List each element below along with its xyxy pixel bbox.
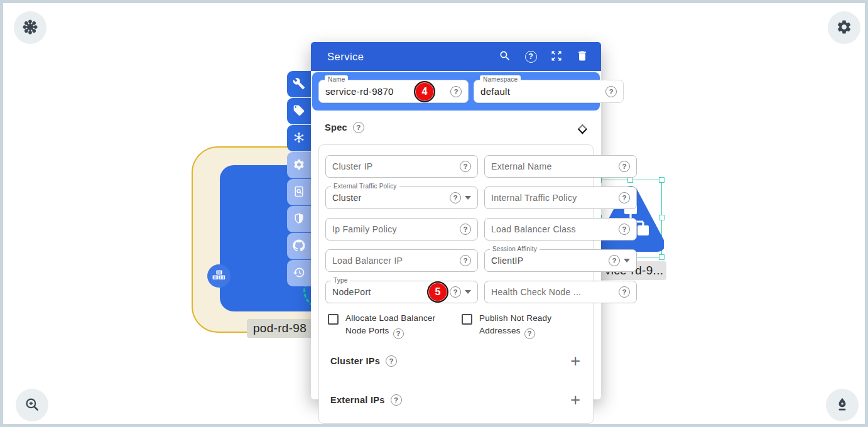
session-affinity-field: Session Affinity ? xyxy=(484,249,637,272)
gear-icon xyxy=(293,158,305,173)
add-cluster-ip-button[interactable]: + xyxy=(568,355,583,367)
trash-icon xyxy=(576,50,589,64)
containers-icon xyxy=(210,266,229,287)
vector-pen-icon xyxy=(834,396,850,414)
allocate-lb-node-ports-label: Allocate Load Balancer Node Ports xyxy=(345,313,435,335)
toolbar-inspect-button[interactable] xyxy=(287,179,311,205)
pod-kind-badge xyxy=(207,264,231,288)
type-label: Type xyxy=(331,277,350,284)
toolbar-wrench-button[interactable] xyxy=(287,71,311,97)
external-ips-help-icon[interactable]: ? xyxy=(391,394,402,406)
chevron-down-icon[interactable] xyxy=(465,290,471,294)
namespace-field-label: Namespace xyxy=(480,75,521,84)
app-menu-button[interactable] xyxy=(14,11,46,44)
dialog-body: Spec ? ? ? External Traffic Policy xyxy=(311,111,601,424)
github-icon xyxy=(293,239,305,254)
ip-family-policy-input[interactable] xyxy=(332,224,456,234)
dialog-header: Service ? xyxy=(311,42,601,71)
node-toolbar xyxy=(287,71,311,286)
delete-button[interactable] xyxy=(575,49,590,64)
selection-handle-bottom-right[interactable] xyxy=(659,254,665,260)
publish-not-ready-checkbox[interactable] xyxy=(462,314,472,325)
external-ips-section: External IPs ? + xyxy=(325,381,587,419)
expand-button[interactable] xyxy=(549,49,564,64)
tag-icon xyxy=(293,104,305,119)
namespace-help-icon[interactable]: ? xyxy=(605,86,617,97)
chevron-down-icon[interactable] xyxy=(624,259,630,262)
checkbox-help-icon[interactable]: ? xyxy=(524,328,535,339)
checkbox-help-icon[interactable]: ? xyxy=(393,328,404,339)
field-help-icon[interactable]: ? xyxy=(450,286,461,298)
wrench-icon xyxy=(293,77,305,92)
toolbar-service-button[interactable] xyxy=(287,125,311,151)
field-help-icon[interactable]: ? xyxy=(460,255,471,266)
load-balancer-class-input[interactable] xyxy=(491,224,615,234)
external-traffic-policy-select[interactable] xyxy=(332,193,446,203)
gear-icon xyxy=(836,19,852,37)
toolbar-labels-button[interactable] xyxy=(287,98,311,124)
type-field: Type 5 ? xyxy=(325,281,478,303)
field-help-icon[interactable]: ? xyxy=(619,161,630,172)
identity-section: Name 4 ? Namespace ? xyxy=(312,72,600,111)
field-help-icon[interactable]: ? xyxy=(450,192,461,203)
internal-traffic-policy-field: ? xyxy=(484,186,637,209)
toolbar-history-button[interactable] xyxy=(287,260,311,286)
pen-tool-button[interactable] xyxy=(826,389,859,421)
ip-family-policy-field: ? xyxy=(325,218,478,241)
allocate-lb-node-ports-checkbox[interactable] xyxy=(328,314,339,325)
add-external-ip-button[interactable]: + xyxy=(568,394,583,406)
allocate-lb-node-ports-option: Allocate Load Balancer Node Ports ? xyxy=(325,311,453,340)
spec-card: ? ? External Traffic Policy ? ? xyxy=(318,144,594,424)
spec-help-icon[interactable]: ? xyxy=(353,122,364,133)
cluster-ips-section: Cluster IPs ? + xyxy=(325,342,587,381)
session-affinity-select[interactable] xyxy=(491,256,605,266)
annotation-badge-4: 4 xyxy=(414,81,435,102)
cluster-ip-field: ? xyxy=(325,155,478,178)
field-help-icon[interactable]: ? xyxy=(460,224,471,235)
toolbar-settings-button[interactable] xyxy=(287,152,311,178)
service-hub-icon xyxy=(293,131,305,146)
shield-icon xyxy=(293,212,305,227)
external-name-input[interactable] xyxy=(491,161,615,171)
name-help-icon[interactable]: ? xyxy=(450,86,462,97)
load-balancer-ip-input[interactable] xyxy=(332,256,456,266)
health-check-node-port-input[interactable] xyxy=(491,287,615,297)
expand-icon xyxy=(550,50,563,64)
help-button[interactable]: ? xyxy=(523,49,538,64)
document-search-icon xyxy=(293,185,305,200)
load-balancer-ip-field: ? xyxy=(325,249,478,272)
selection-handle-top-mid[interactable] xyxy=(627,177,633,183)
chevron-down-icon[interactable] xyxy=(465,196,471,200)
health-check-node-port-field: ? xyxy=(484,281,637,303)
internal-traffic-policy-input[interactable] xyxy=(491,193,615,203)
cluster-ips-heading: Cluster IPs xyxy=(330,356,380,366)
field-help-icon[interactable]: ? xyxy=(609,255,620,266)
load-balancer-class-field: ? xyxy=(484,218,637,241)
session-affinity-label: Session Affinity xyxy=(490,246,540,252)
selection-handle-top-right[interactable] xyxy=(659,177,665,183)
collapse-section-button[interactable] xyxy=(578,124,588,134)
search-button[interactable] xyxy=(497,49,513,64)
field-help-icon[interactable]: ? xyxy=(460,161,471,172)
toolbar-github-button[interactable] xyxy=(287,233,311,259)
cluster-ip-input[interactable] xyxy=(332,161,456,171)
spec-heading: Spec xyxy=(325,122,347,132)
toolbar-security-button[interactable] xyxy=(287,206,311,232)
field-help-icon[interactable]: ? xyxy=(619,286,630,298)
external-ips-heading: External IPs xyxy=(330,395,385,405)
field-help-icon[interactable]: ? xyxy=(619,192,630,203)
settings-button[interactable] xyxy=(828,11,860,44)
service-editor-dialog: Service ? Name xyxy=(311,42,601,399)
external-traffic-policy-label: External Traffic Policy xyxy=(331,183,399,190)
cluster-ips-help-icon[interactable]: ? xyxy=(386,355,397,367)
pod-node-label[interactable]: pod-rd-98 xyxy=(247,319,320,338)
kubernetes-wheel-icon xyxy=(22,19,38,37)
publish-not-ready-option: Publish Not Ready Addresses ? xyxy=(459,311,587,340)
external-name-field: ? xyxy=(484,155,637,178)
zoom-button[interactable] xyxy=(16,389,48,421)
field-help-icon[interactable]: ? xyxy=(619,224,630,235)
namespace-input[interactable] xyxy=(480,86,605,97)
dialog-title: Service xyxy=(327,51,364,63)
app-canvas: pod-rd-98 vice-rd-9... xyxy=(0,0,868,427)
zoom-in-icon xyxy=(24,396,40,414)
